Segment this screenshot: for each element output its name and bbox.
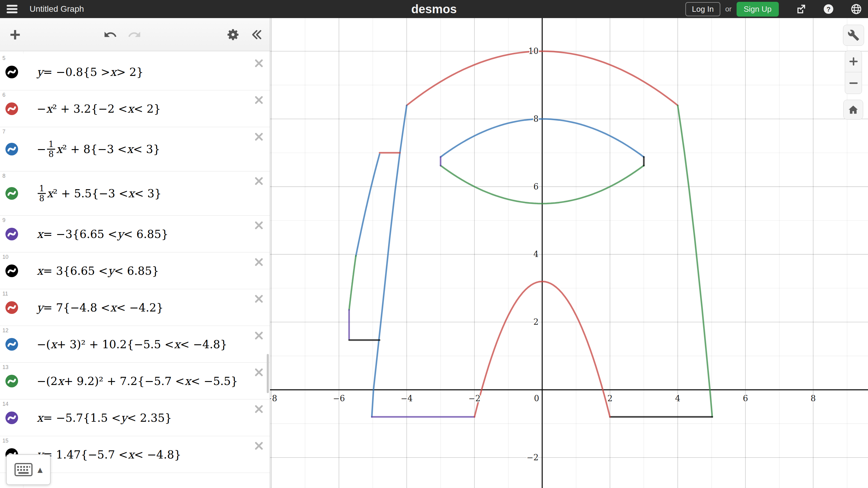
zoom-in-button[interactable] bbox=[845, 51, 862, 72]
expression-color-icon[interactable] bbox=[5, 374, 19, 388]
expression-row[interactable]: 7 −18x² + 8{−3 < x < 3} bbox=[0, 127, 270, 171]
svg-text:?: ? bbox=[827, 5, 831, 13]
curve-arm-outer bbox=[356, 154, 380, 256]
expression-color-icon[interactable] bbox=[5, 65, 19, 79]
graph-settings-button[interactable] bbox=[225, 27, 241, 42]
expression-latex[interactable]: y = 7{−4.8 < x < −4.2} bbox=[37, 301, 163, 314]
double-chevron-left-icon bbox=[250, 28, 263, 41]
delete-expression-icon[interactable] bbox=[255, 59, 263, 67]
zoom-control bbox=[845, 51, 862, 94]
fraction: 18 bbox=[38, 184, 46, 203]
graph-title[interactable]: Untitled Graph bbox=[30, 4, 84, 14]
expression-index: 14 bbox=[2, 401, 8, 407]
gear-icon bbox=[226, 28, 240, 41]
axis-label: −4 bbox=[401, 394, 412, 403]
expression-row[interactable]: 14 x = −5.7{1.5 < y < 2.35} bbox=[0, 399, 270, 436]
axis-label: −8 bbox=[270, 394, 277, 403]
expression-index: 9 bbox=[2, 217, 5, 224]
desmos-logo: desmos bbox=[411, 2, 457, 16]
axis-label: 10 bbox=[528, 46, 538, 56]
share-icon[interactable] bbox=[795, 3, 807, 15]
add-expression-button[interactable]: + bbox=[7, 26, 24, 43]
expression-index: 7 bbox=[2, 129, 5, 135]
panel-scrollbar[interactable] bbox=[267, 354, 269, 393]
expression-color-icon[interactable] bbox=[5, 264, 19, 278]
curve-body-right bbox=[678, 105, 712, 417]
expression-color-icon[interactable] bbox=[5, 337, 19, 351]
expression-latex[interactable]: −x² + 3.2{−2 < x < 2} bbox=[37, 102, 161, 115]
keyboard-icon bbox=[14, 463, 33, 477]
delete-expression-icon[interactable] bbox=[255, 177, 263, 185]
expression-latex[interactable]: −(2x + 9.2)² + 7.2{−5.7 < x < −5.5} bbox=[37, 375, 238, 387]
axis-label: 4 bbox=[533, 250, 538, 259]
globe-icon[interactable] bbox=[850, 3, 862, 15]
redo-button[interactable] bbox=[127, 27, 142, 42]
expression-color-icon[interactable] bbox=[5, 411, 19, 425]
expression-color-icon[interactable] bbox=[5, 227, 19, 241]
expression-latex[interactable]: x = 3{6.65 < y < 6.85} bbox=[37, 264, 159, 277]
expression-row[interactable]: 6 −x² + 3.2{−2 < x < 2} bbox=[0, 90, 270, 127]
expression-index: 11 bbox=[2, 291, 8, 297]
expression-latex[interactable]: −18x² + 8{−3 < x < 3} bbox=[37, 140, 160, 159]
minus-icon bbox=[848, 78, 859, 88]
expression-row[interactable]: 13 −(2x + 9.2)² + 7.2{−5.7 < x < −5.5} bbox=[0, 363, 270, 399]
show-keypad-button[interactable]: ▲ bbox=[6, 454, 51, 485]
login-button[interactable]: Log In bbox=[685, 2, 720, 16]
expression-latex[interactable]: 18x² + 5.5{−3 < x < 3} bbox=[37, 184, 161, 203]
expression-latex[interactable]: −(x + 3)² + 10.2{−5.5 < x < −4.8} bbox=[37, 338, 227, 351]
delete-expression-icon[interactable] bbox=[255, 295, 263, 303]
delete-expression-icon[interactable] bbox=[255, 258, 263, 266]
graph-settings-wrench-button[interactable] bbox=[843, 25, 864, 46]
home-icon bbox=[847, 104, 859, 116]
axis-label: 6 bbox=[533, 182, 538, 191]
expression-latex[interactable]: x = −5.7{1.5 < y < 2.35} bbox=[37, 411, 172, 424]
delete-expression-icon[interactable] bbox=[255, 442, 263, 450]
expression-index: 12 bbox=[2, 327, 8, 334]
collapse-panel-button[interactable] bbox=[248, 27, 264, 42]
delete-expression-icon[interactable] bbox=[255, 96, 263, 104]
zoom-out-button[interactable] bbox=[845, 72, 862, 94]
expression-color-icon[interactable] bbox=[5, 102, 19, 116]
expression-latex[interactable]: y = −0.8{5 > x > 2} bbox=[37, 65, 144, 78]
expression-row[interactable]: 10 x = 3{6.65 < y < 6.85} bbox=[0, 253, 270, 289]
axis-label: 2 bbox=[607, 394, 613, 403]
axis-label: 2 bbox=[533, 317, 538, 327]
delete-expression-icon[interactable] bbox=[255, 221, 263, 230]
expression-color-icon[interactable] bbox=[5, 301, 19, 315]
delete-expression-icon[interactable] bbox=[255, 133, 263, 141]
expression-row[interactable]: 8 18x² + 5.5{−3 < x < 3} bbox=[0, 171, 270, 216]
expression-index: 13 bbox=[2, 364, 8, 370]
undo-button[interactable] bbox=[102, 27, 118, 42]
signup-button[interactable]: Sign Up bbox=[737, 2, 779, 17]
expression-index: 15 bbox=[2, 438, 8, 444]
help-icon[interactable]: ? bbox=[823, 3, 834, 15]
expression-list: 5 y = −0.8{5 > x > 2} 6 −x² + 3.2{−2 < x… bbox=[0, 51, 270, 488]
axis-label: 8 bbox=[533, 114, 538, 124]
graph-paper[interactable]: −8−6−4−202468108642−2 bbox=[270, 18, 868, 488]
expression-index: 5 bbox=[2, 55, 5, 61]
delete-expression-icon[interactable] bbox=[255, 331, 263, 340]
curve-backpack-curve bbox=[349, 256, 356, 310]
expression-color-icon[interactable] bbox=[5, 142, 19, 156]
delete-expression-icon[interactable] bbox=[255, 405, 263, 413]
expression-toolbar: + bbox=[0, 18, 270, 51]
expression-row[interactable]: 9 x = −3{6.65 < y < 6.85} bbox=[0, 216, 270, 253]
plus-icon bbox=[848, 56, 859, 67]
expression-latex[interactable]: x = −3{6.65 < y < 6.85} bbox=[37, 227, 168, 240]
axis-label: −2 bbox=[527, 453, 538, 462]
hamburger-menu-icon[interactable] bbox=[7, 4, 19, 14]
wrench-icon bbox=[847, 29, 860, 41]
delete-expression-icon[interactable] bbox=[255, 368, 263, 377]
expression-latex[interactable]: y = 1.47{−5.7 < x < −4.8} bbox=[37, 448, 181, 461]
axis-label: −6 bbox=[333, 394, 345, 403]
expression-row[interactable]: 11 y = 7{−4.8 < x < −4.2} bbox=[0, 289, 270, 326]
expression-index: 6 bbox=[2, 92, 5, 98]
expression-index: 8 bbox=[2, 173, 5, 179]
graph-canvas[interactable]: −8−6−4−202468108642−2 bbox=[270, 18, 868, 488]
expression-row[interactable]: 5 y = −0.8{5 > x > 2} bbox=[0, 54, 270, 90]
keypad-caret-up-icon: ▲ bbox=[38, 466, 43, 474]
expression-color-icon[interactable] bbox=[5, 187, 19, 200]
axis-label: 4 bbox=[675, 394, 680, 403]
default-viewport-home-button[interactable] bbox=[843, 100, 863, 120]
expression-row[interactable]: 12 −(x + 3)² + 10.2{−5.5 < x < −4.8} bbox=[0, 326, 270, 363]
